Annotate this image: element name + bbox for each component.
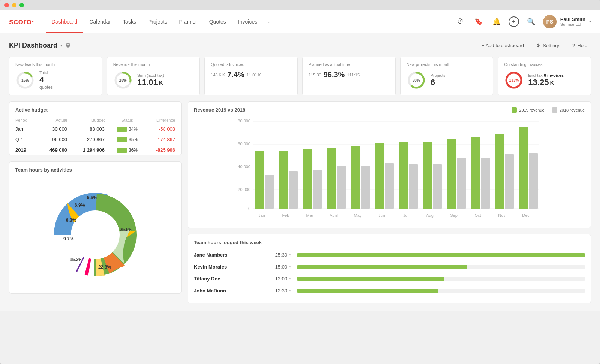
avatar-image: PS xyxy=(543,15,556,28)
svg-text:Sep: Sep xyxy=(450,213,458,218)
svg-rect-35 xyxy=(361,166,370,209)
svg-text:Nov: Nov xyxy=(498,213,506,218)
nav-projects[interactable]: Projects xyxy=(142,10,173,33)
status-bar-0 xyxy=(117,127,127,132)
svg-text:6.9%: 6.9% xyxy=(75,203,85,208)
status-bar-1 xyxy=(117,137,127,142)
logo[interactable]: scoro● xyxy=(9,17,34,27)
col-header-diff: Difference xyxy=(144,116,181,124)
nav-dashboard[interactable]: Dashboard xyxy=(46,10,84,33)
svg-text:April: April xyxy=(330,213,338,218)
svg-rect-43 xyxy=(457,158,466,209)
add-icon[interactable]: + xyxy=(508,16,519,27)
maximize-btn[interactable] xyxy=(20,3,24,7)
nav-more[interactable]: ... xyxy=(263,10,276,33)
svg-rect-38 xyxy=(399,142,408,209)
kpi-outstanding: Outstanding invoices 133% Excl tax 6 inv… xyxy=(498,57,591,95)
kpi-np-circle: 60% xyxy=(406,70,426,90)
nav-invoices[interactable]: Invoices xyxy=(232,10,263,33)
hours-bar-wrap-1 xyxy=(297,265,585,269)
hours-row-3: John McDunn 12:30 h xyxy=(194,285,585,297)
timer-icon[interactable]: ⏱ xyxy=(454,16,466,28)
kpi-oi-pct: 133% xyxy=(509,78,519,82)
svg-rect-40 xyxy=(423,142,432,209)
navbar: scoro● Dashboard Calendar Tasks Projects… xyxy=(0,10,600,33)
kpi-quoted-invoiced: Quoted > Invoiced 148.6 K 7.4% 11.01 K xyxy=(204,57,298,95)
nav-calendar[interactable]: Calendar xyxy=(83,10,117,33)
kpi-pa-label: Planned vs actual time xyxy=(309,62,389,67)
svg-rect-48 xyxy=(519,127,528,209)
budget-period-0: Jan xyxy=(9,124,39,134)
team-hours-week-title: Team hours logged this week xyxy=(188,234,591,249)
hours-bar-0 xyxy=(297,253,585,257)
dashboard-dropdown-arrow[interactable]: ▾ xyxy=(60,43,62,48)
kpi-np-value: 6 xyxy=(430,78,487,87)
budget-status-0: 34% xyxy=(111,124,144,134)
svg-rect-36 xyxy=(375,143,384,209)
bookmark-icon[interactable]: 🔖 xyxy=(472,16,484,28)
hours-name-3: John McDunn xyxy=(194,288,261,294)
search-icon[interactable]: 🔍 xyxy=(525,16,537,28)
svg-rect-42 xyxy=(447,139,456,209)
svg-text:May: May xyxy=(354,213,362,218)
svg-text:22.8%: 22.8% xyxy=(98,264,111,270)
hours-name-1: Kevin Morales xyxy=(194,264,261,270)
minimize-btn[interactable] xyxy=(12,3,16,7)
kpi-qi-left: 148.6 K xyxy=(211,73,225,77)
nav-tasks[interactable]: Tasks xyxy=(117,10,142,33)
help-btn[interactable]: ? Help xyxy=(568,40,591,51)
kpi-qi-right: 11.01 K xyxy=(247,73,261,77)
svg-text:Feb: Feb xyxy=(282,213,290,218)
filter-icon[interactable]: ⚙ xyxy=(65,42,70,49)
kpi-revenue-pct: 28% xyxy=(119,78,127,82)
donut-chart: 25.6% 22.8% 15.2% 9.7% 8.3% 6.9% 5.5% xyxy=(43,182,148,287)
status-bar-2 xyxy=(117,148,127,153)
hours-row-2: Tiffany Doe 13:00 h xyxy=(194,273,585,285)
budget-diff-0: -58 003 xyxy=(144,124,181,134)
add-to-dashboard-btn[interactable]: + Add to dashboard xyxy=(478,40,528,51)
svg-text:Jul: Jul xyxy=(403,213,408,218)
hours-bar-2 xyxy=(297,277,444,281)
svg-text:Jan: Jan xyxy=(258,213,265,218)
hours-bar-wrap-2 xyxy=(297,277,585,281)
svg-rect-49 xyxy=(529,153,538,209)
svg-rect-28 xyxy=(279,151,288,209)
user-company: Sunrise Ltd xyxy=(560,22,585,27)
nav-quotes[interactable]: Quotes xyxy=(203,10,232,33)
nav-planner[interactable]: Planner xyxy=(173,10,203,33)
kpi-np-label: New projects this month xyxy=(406,62,487,67)
kpi-new-leads-unit: quotes xyxy=(39,85,96,90)
nav-actions: ⏱ 🔖 🔔 + 🔍 PS Paul Smith Sunrise Ltd ▾ xyxy=(454,15,591,28)
svg-text:Aug: Aug xyxy=(426,213,434,218)
close-btn[interactable] xyxy=(4,3,9,7)
svg-text:Jun: Jun xyxy=(378,213,385,218)
settings-btn[interactable]: ⚙ Settings xyxy=(532,40,564,51)
kpi-np-pct: 60% xyxy=(412,78,420,82)
kpi-new-leads-circle: 16% xyxy=(15,70,35,90)
svg-text:40,000: 40,000 xyxy=(238,164,250,169)
user-text: Paul Smith Sunrise Ltd xyxy=(560,16,585,27)
donut-chart-wrap: 25.6% 22.8% 15.2% 9.7% 8.3% 6.9% 5.5% xyxy=(9,176,181,293)
budget-actual-0: 30 000 xyxy=(39,124,73,134)
svg-text:20,000: 20,000 xyxy=(238,187,250,192)
bar-chart-wrap: 80,000 60,000 40,000 20,000 0 xyxy=(188,113,591,228)
svg-text:8.3%: 8.3% xyxy=(66,218,76,223)
svg-text:9.7%: 9.7% xyxy=(63,236,74,242)
user-menu[interactable]: PS Paul Smith Sunrise Ltd ▾ xyxy=(543,15,591,28)
svg-rect-30 xyxy=(303,149,312,209)
budget-status-2: 36% xyxy=(111,145,144,155)
left-col: Active budget Period Actual Budget Statu… xyxy=(9,101,182,303)
svg-text:0: 0 xyxy=(248,206,250,211)
kpi-new-projects: New projects this month 60% Projects 6 xyxy=(400,57,494,95)
budget-period-2: 2019 xyxy=(9,145,39,155)
dashboard-title-text: KPI Dashboard xyxy=(9,42,57,49)
app-window: scoro● Dashboard Calendar Tasks Projects… xyxy=(0,0,600,364)
team-hours-week-card: Team hours logged this week Jane Numbers… xyxy=(188,234,591,303)
dashboard-header: KPI Dashboard ▾ ⚙ + Add to dashboard ⚙ S… xyxy=(9,40,591,51)
kpi-revenue-value: 11.01 xyxy=(137,78,158,87)
legend-label-2018: 2018 revenue xyxy=(560,108,585,112)
notification-icon[interactable]: 🔔 xyxy=(490,16,502,28)
kpi-revenue: Revenue this month 28% Sum (Excl tax) 11… xyxy=(107,57,200,95)
svg-text:15.2%: 15.2% xyxy=(70,257,82,262)
hours-bar-1 xyxy=(297,265,467,269)
